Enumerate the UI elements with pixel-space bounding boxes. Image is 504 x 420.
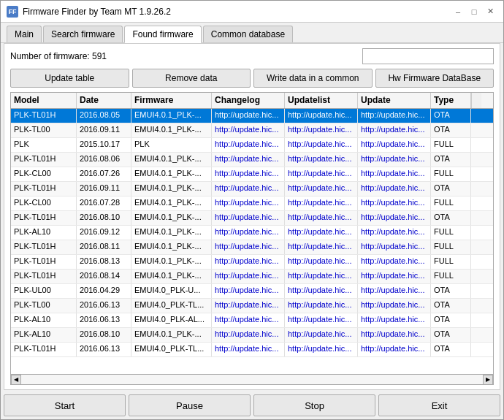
table-cell[interactable]: http://update.hic... [285,123,358,137]
maximize-button[interactable]: □ [467,4,481,19]
table-cell: PLK [11,138,77,152]
tab-search-firmware[interactable]: Search firmware [43,26,123,42]
table-row[interactable]: PLK-CL002016.07.28EMUI4.0.1_PLK-...http:… [11,196,493,211]
table-cell[interactable]: http://update.hic... [358,211,431,225]
col-header-date: Date [77,93,131,108]
table-row[interactable]: PLK-TL01H2016.08.06EMUI4.0.1_PLK-...http… [11,153,493,167]
table-cell[interactable]: http://update.hic... [285,182,358,196]
remove-data-button[interactable]: Remove data [132,69,251,88]
table-cell[interactable]: http://update.hic... [212,226,285,240]
table-row[interactable]: PLK-TL01H2016.06.13EMUI4.0_PLK-TL...http… [11,343,493,357]
scroll-track[interactable] [21,375,483,384]
table-cell[interactable]: http://update.hic... [212,138,285,152]
table-row[interactable]: PLK-TL01H2016.08.10EMUI4.0.1_PLK-...http… [11,211,493,226]
table-cell[interactable]: http://update.hic... [285,343,358,356]
table-cell[interactable]: http://update.hic... [285,211,358,225]
table-cell: 2016.06.13 [77,299,131,313]
table-body[interactable]: PLK-TL01H2016.08.05EMUI4.0.1_PLK-...http… [11,109,493,374]
table-cell[interactable]: http://update.hic... [285,138,358,152]
table-cell[interactable]: http://update.hic... [212,123,285,137]
table-cell: 2016.04.29 [77,284,131,298]
table-cell[interactable]: http://update.hic... [358,109,431,123]
table-cell[interactable]: http://update.hic... [212,255,285,269]
table-cell[interactable]: http://update.hic... [358,196,431,210]
table-cell[interactable]: http://update.hic... [285,226,358,240]
tab-common-database[interactable]: Common database [203,26,293,42]
table-cell[interactable]: http://update.hic... [285,167,358,181]
scroll-right-arrow[interactable]: ▶ [483,375,493,385]
table-cell[interactable]: http://update.hic... [212,211,285,225]
table-cell[interactable]: http://update.hic... [212,299,285,313]
table-cell[interactable]: http://update.hic... [285,240,358,254]
horizontal-scrollbar[interactable]: ◀ ▶ [11,374,493,384]
table-cell[interactable]: http://update.hic... [358,328,431,342]
table-cell[interactable]: http://update.hic... [358,299,431,313]
hw-firmware-button[interactable]: Hw Firmware DataBase [375,69,495,88]
table-cell[interactable]: http://update.hic... [358,270,431,283]
table-row[interactable]: PLK2015.10.17PLKhttp://update.hic...http… [11,138,493,153]
table-row[interactable]: PLK-TL01H2016.08.14EMUI4.0.1_PLK-...http… [11,270,493,284]
stop-button[interactable]: Stop [253,394,375,416]
table-cell[interactable]: http://update.hic... [285,313,358,327]
table-row[interactable]: PLK-TL01H2016.09.11EMUI4.0.1_PLK-...http… [11,182,493,196]
table-cell[interactable]: http://update.hic... [212,109,285,123]
table-row[interactable]: PLK-TL01H2016.08.05EMUI4.0.1_PLK-...http… [11,109,493,123]
pause-button[interactable]: Pause [129,394,251,416]
table-cell[interactable]: http://update.hic... [285,284,358,298]
table-cell[interactable]: http://update.hic... [212,270,285,283]
update-table-button[interactable]: Update table [10,69,129,88]
table-cell[interactable]: http://update.hic... [285,270,358,283]
title-bar-left: FF Firmware Finder by Team MT 1.9.26.2 [7,6,171,18]
table-cell[interactable]: http://update.hic... [212,284,285,298]
table-cell[interactable]: http://update.hic... [212,343,285,356]
table-cell[interactable]: http://update.hic... [285,153,358,167]
table-cell: PLK-TL01H [11,211,77,225]
table-cell[interactable]: http://update.hic... [358,182,431,196]
close-button[interactable]: ✕ [483,4,497,19]
table-cell: 2016.09.12 [77,226,131,240]
tab-found-firmware[interactable]: Found firmware [124,26,201,43]
table-cell[interactable]: http://update.hic... [212,167,285,181]
table-row[interactable]: PLK-AL102016.06.13EMUI4.0_PLK-AL...http:… [11,313,493,328]
table-cell: 2016.08.14 [77,270,131,283]
table-row[interactable]: PLK-AL102016.08.10EMUI4.0.1_PLK-...http:… [11,328,493,343]
table-cell[interactable]: http://update.hic... [358,226,431,240]
table-row[interactable]: PLK-TL002016.06.13EMUI4.0_PLK-TL...http:… [11,299,493,313]
start-button[interactable]: Start [4,394,126,416]
tab-main[interactable]: Main [7,26,42,42]
table-cell[interactable]: http://update.hic... [212,328,285,342]
table-cell[interactable]: http://update.hic... [212,196,285,210]
table-row[interactable]: PLK-TL002016.09.11EMUI4.0.1_PLK-...http:… [11,123,493,138]
scroll-left-arrow[interactable]: ◀ [11,375,21,385]
table-cell[interactable]: http://update.hic... [285,328,358,342]
table-cell[interactable]: http://update.hic... [212,153,285,167]
table-cell[interactable]: http://update.hic... [358,167,431,181]
table-row[interactable]: PLK-AL102016.09.12EMUI4.0.1_PLK-...http:… [11,226,493,240]
table-cell[interactable]: http://update.hic... [285,109,358,123]
table-cell[interactable]: http://update.hic... [212,240,285,254]
table-cell[interactable]: http://update.hic... [358,240,431,254]
exit-button[interactable]: Exit [378,394,500,416]
minimize-button[interactable]: – [451,4,465,19]
table-row[interactable]: PLK-CL002016.07.26EMUI4.0.1_PLK-...http:… [11,167,493,182]
table-cell[interactable]: http://update.hic... [285,196,358,210]
table-cell[interactable]: http://update.hic... [358,313,431,327]
table-row[interactable]: PLK-TL01H2016.08.13EMUI4.0.1_PLK-...http… [11,255,493,270]
table-cell[interactable]: http://update.hic... [358,123,431,137]
table-cell[interactable]: http://update.hic... [285,299,358,313]
table-cell[interactable]: http://update.hic... [358,343,431,356]
table-cell[interactable]: http://update.hic... [212,313,285,327]
table-cell: FULL [431,270,471,283]
table-cell: EMUI4.0.1_PLK-... [131,270,212,283]
table-cell[interactable]: http://update.hic... [358,153,431,167]
table-row[interactable]: PLK-TL01H2016.08.11EMUI4.0.1_PLK-...http… [11,240,493,255]
table-row[interactable]: PLK-UL002016.04.29EMUI4.0_PLK-U...http:/… [11,284,493,299]
table-cell[interactable]: http://update.hic... [358,138,431,152]
table-cell[interactable]: http://update.hic... [285,255,358,269]
table-cell[interactable]: http://update.hic... [358,284,431,298]
table-cell[interactable]: http://update.hic... [358,255,431,269]
table-cell: EMUI4.0.1_PLK-... [131,109,212,123]
search-input[interactable] [362,48,494,64]
write-data-button[interactable]: Write data in a common [253,69,373,88]
table-cell[interactable]: http://update.hic... [212,182,285,196]
